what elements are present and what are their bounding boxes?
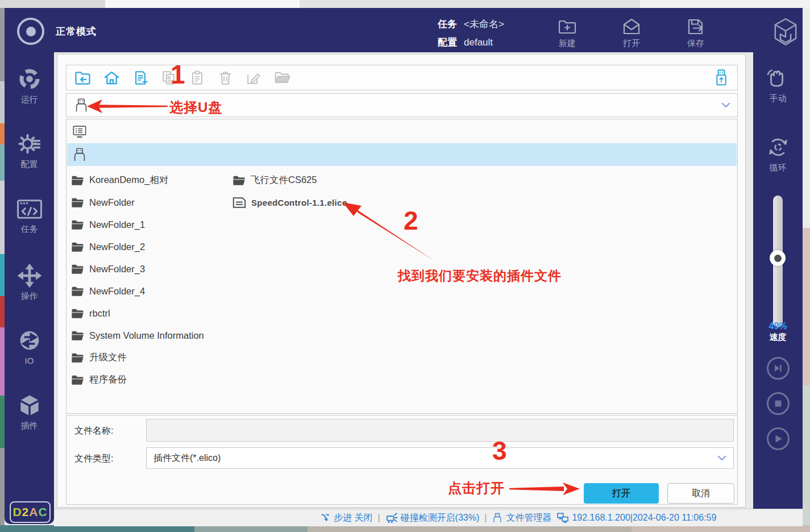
rename-button[interactable] [246,70,261,86]
open-button[interactable]: 打开 [584,483,659,504]
play-button[interactable] [767,427,790,450]
desktop-top-strip [0,0,810,8]
speed-slider-thumb[interactable] [770,250,786,266]
file-item-label: KoreanDemo_相对 [89,174,168,186]
folder-icon [71,175,84,186]
file-list-panel: KoreanDemo_相对 NewFolder NewFolder_1 NewF… [66,119,738,414]
annotation-step3-number: 3 [492,438,507,464]
step-mode-status: 步进 关闭 [320,512,372,524]
home-button[interactable] [103,70,120,85]
speed-label: 速度 [753,331,803,342]
annotation-step1-label: 选择U盘 [169,98,222,117]
open-task-button[interactable]: 打开 [621,17,642,49]
right-sidebar: 手动 循环 49% 速度 [753,52,803,524]
paste-button[interactable] [189,70,205,86]
file-item-folder[interactable]: 程序备份 [71,371,127,388]
file-item-label: 飞行文件CS625 [251,174,317,186]
file-name-input[interactable] [146,419,734,442]
task-code-icon [16,198,43,221]
speed-slider-track[interactable] [773,196,783,327]
file-item-folder[interactable]: System Volume Information [71,327,204,344]
file-item-folder[interactable]: KoreanDemo_相对 [71,172,168,189]
sidebar-item-run[interactable]: 运行 [5,67,54,105]
sidebar-item-loop[interactable]: 循环 [753,135,803,173]
folder-icon [71,286,84,297]
left-sidebar: 运行 配置 任务 [5,52,54,524]
top-actions: 新建 打开 保存 [557,17,706,49]
open-folder-button[interactable] [274,70,291,85]
new-file-button[interactable] [132,70,148,86]
delete-button[interactable] [218,70,233,86]
desktop-right-strip [803,8,810,532]
usb-eject-button[interactable] [713,69,729,86]
file-item-plugin-file[interactable]: SpeedControl-1.1.elico [232,194,347,211]
usb-drive-icon [492,512,503,523]
file-item-folder[interactable]: rbctrl [71,305,110,322]
settings-gear-icon [17,132,42,156]
file-item-folder[interactable]: NewFolder_3 [71,260,145,277]
file-type-value: 插件文件(*.elico) [153,452,221,464]
config-label: 配置 [438,35,457,49]
folder-icon [71,219,84,230]
file-item-label: NewFolder_1 [89,219,145,230]
document-icon [232,197,246,209]
annotation-step3-label: 点击打开 [448,479,505,497]
annotation-arrow-right-icon [507,480,582,497]
file-toolbar [66,65,738,90]
sidebar-item-io[interactable]: IO [5,329,54,365]
file-item-label: NewFolder_2 [89,242,145,252]
file-type-select[interactable]: 插件文件(*.elico) [146,447,734,469]
sidebar-item-jog[interactable]: 操作 [5,264,54,302]
desktop-left-strip [0,8,5,532]
new-task-button[interactable]: 新建 [557,17,578,49]
loop-icon [766,135,790,159]
chevron-down-icon [717,455,726,461]
sidebar-item-task[interactable]: 任务 [5,198,54,235]
file-item-label: 升级文件 [89,351,127,364]
file-item-folder[interactable]: NewFolder_4 [71,282,145,300]
file-item-label: 程序备份 [89,373,127,386]
task-value: <未命名> [464,17,504,31]
config-value: default [464,35,493,49]
file-item-folder[interactable]: NewFolder_2 [71,238,145,255]
drive-row-usb-selected[interactable] [67,143,737,166]
annotation-step2-label: 找到我们要安装的插件文件 [398,267,562,285]
usb-drive-icon [72,147,88,163]
open-task-icon [621,17,642,36]
annotation-arrow-left-icon [85,97,169,116]
drive-row-computer[interactable] [67,120,737,143]
file-item-label: rbctrl [89,308,110,319]
speed-readout: 49% 速度 [753,321,803,342]
file-type-label: 文件类型: [74,453,113,465]
file-item-folder[interactable]: 升级文件 [71,349,127,366]
step-forward-icon [772,363,784,374]
save-task-button[interactable]: 保存 [686,17,706,49]
network-time-status: 192.168.1.200|2024-06-20 11:06:59 [556,512,716,523]
file-manager-status: 文件管理器 [492,512,551,524]
folder-icon [71,242,84,252]
file-item-folder[interactable]: NewFolder [71,194,135,211]
mode-ring-icon [17,18,44,45]
mode-label: 正常模式 [56,25,97,38]
file-item-label: NewFolder_4 [89,286,145,297]
file-item-folder[interactable]: NewFolder_1 [71,216,145,233]
task-label: 任务 [438,17,457,31]
robot-model-badge: D2AC [10,501,51,523]
sidebar-item-plugin[interactable]: 插件 [5,393,54,431]
stop-icon [772,398,784,409]
cancel-button[interactable]: 取消 [667,483,734,504]
sidebar-item-config[interactable]: 配置 [5,132,54,170]
stop-button[interactable] [767,392,790,415]
file-item-folder[interactable]: 飞行文件CS625 [232,172,317,189]
folder-up-button[interactable] [74,70,91,85]
step-forward-button[interactable] [767,357,790,380]
status-bar: 步进 关闭 | 碰撞检测开启(33%) | 文件管理器 [54,509,803,526]
sidebar-item-manual[interactable]: 手动 [753,67,803,104]
manual-hand-icon [766,67,791,90]
computer-icon [72,124,88,140]
folder-icon [71,330,84,341]
collision-icon [385,512,398,523]
file-item-label: NewFolder_3 [89,264,145,275]
folder-icon [71,197,84,208]
brand-cube-icon [772,18,799,46]
